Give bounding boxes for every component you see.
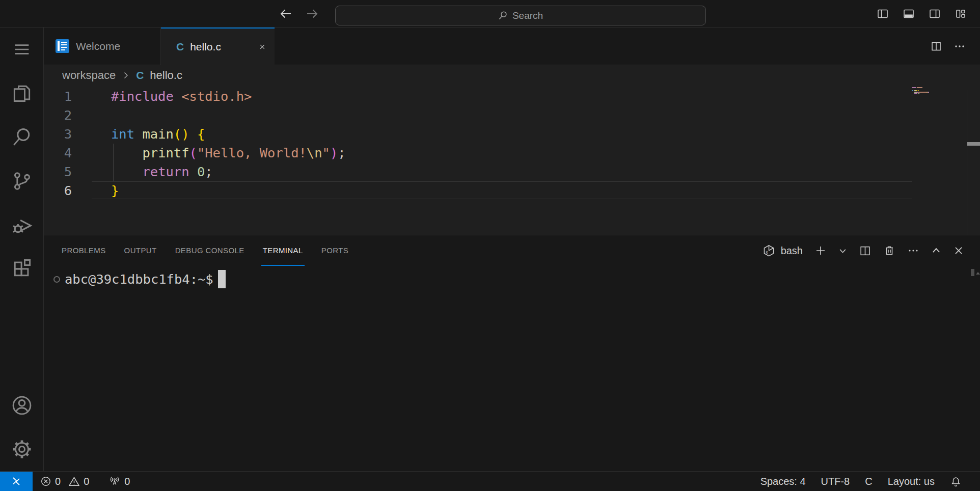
new-terminal-icon[interactable]	[814, 244, 827, 257]
code-line[interactable]: 4 printf("Hello, World!\n");	[44, 144, 980, 162]
minimap-line	[912, 93, 973, 94]
command-decoration-icon[interactable]	[53, 276, 60, 283]
split-editor-icon[interactable]	[930, 40, 942, 52]
tab-label: Welcome	[76, 40, 120, 52]
problems-status[interactable]: 0 0	[40, 476, 89, 487]
tab-hello-c[interactable]: C hello.c	[161, 28, 275, 65]
toggle-primary-sidebar-icon[interactable]	[877, 8, 889, 20]
token-bracket1: }	[111, 183, 119, 198]
search-view-icon	[11, 126, 33, 148]
tab-bar: Welcome C hello.c	[44, 28, 980, 65]
source-control-icon	[11, 170, 33, 192]
sidebar-item-source-control[interactable]	[0, 159, 44, 203]
maximize-panel-icon[interactable]	[931, 245, 941, 256]
indentation-status[interactable]: Spaces: 4	[760, 476, 806, 487]
minimap-segment	[912, 95, 912, 96]
token-plain	[189, 126, 197, 142]
bottom-panel: PROBLEMSOUTPUTDEBUG CONSOLETERMINALPORTS…	[44, 235, 980, 471]
accounts-button[interactable]	[0, 384, 44, 427]
panel-tab-label: PORTS	[321, 246, 348, 255]
panel-tab-terminal[interactable]: TERMINAL	[261, 235, 305, 266]
sidebar-item-extensions[interactable]	[0, 247, 44, 290]
vscode-window: Search	[0, 0, 980, 491]
token-plain	[111, 164, 142, 179]
minimap-segment	[918, 90, 919, 91]
line-number[interactable]: 5	[44, 162, 72, 181]
kill-terminal-icon[interactable]	[883, 244, 895, 257]
language-mode-status[interactable]: C	[865, 476, 872, 487]
terminal-scrollbar[interactable]	[971, 269, 974, 276]
back-icon[interactable]	[279, 7, 292, 20]
breadcrumb: workspace C hello.c	[44, 65, 980, 86]
sidebar-item-search[interactable]	[0, 115, 44, 159]
forward-icon[interactable]	[306, 7, 319, 20]
notifications-bell-icon[interactable]	[950, 476, 962, 487]
token-punct: ;	[338, 145, 345, 160]
launch-profile-chevron-icon[interactable]	[838, 247, 847, 255]
code-line[interactable]: 5 return 0;	[44, 162, 980, 181]
terminal-prompt-line: abc@39c1dbbc1fb4:~$	[44, 269, 226, 289]
search-label: Search	[512, 10, 543, 21]
run-debug-icon	[10, 213, 34, 236]
token-preproc: #include	[111, 89, 174, 104]
minimap[interactable]	[912, 87, 973, 96]
panel-tab-label: PROBLEMS	[62, 246, 106, 255]
menu-button[interactable]	[0, 28, 44, 71]
terminal-view[interactable]: abc@39c1dbbc1fb4:~$	[44, 266, 980, 471]
line-number[interactable]: 4	[44, 144, 72, 162]
accounts-icon	[11, 394, 33, 417]
token-keyword: int	[111, 126, 134, 142]
panel-tab-problems[interactable]: PROBLEMS	[60, 235, 107, 266]
code-text: }	[111, 181, 119, 200]
code-line[interactable]: 1#include <stdio.h>	[44, 87, 980, 106]
ports-count: 0	[124, 476, 130, 487]
terminal-shell-entry[interactable]: $_ bash	[762, 244, 803, 258]
remote-indicator[interactable]	[0, 472, 33, 491]
minimap-segment	[929, 92, 929, 93]
more-actions-icon[interactable]	[954, 40, 966, 52]
minimap-line	[912, 87, 973, 88]
extensions-icon	[11, 257, 33, 280]
line-number[interactable]: 2	[44, 106, 72, 125]
settings-button[interactable]	[0, 427, 44, 471]
ports-status[interactable]: 0	[108, 475, 130, 487]
line-number[interactable]: 1	[44, 87, 72, 106]
split-terminal-icon[interactable]	[859, 244, 872, 257]
token-bracket1: {	[197, 126, 205, 142]
panel-tab-label: TERMINAL	[263, 246, 303, 255]
code-area[interactable]: 1#include <stdio.h>23int main() {4 print…	[44, 86, 980, 200]
breadcrumb-folder[interactable]: workspace	[62, 69, 116, 82]
line-number[interactable]: 6	[44, 181, 72, 200]
token-function: main	[142, 126, 173, 142]
bash-terminal-icon: $_	[762, 244, 776, 258]
keyboard-layout-status[interactable]: Layout: us	[888, 476, 935, 487]
close-panel-icon[interactable]	[953, 245, 964, 256]
close-tab-icon[interactable]	[257, 42, 267, 52]
token-escape: \n	[307, 145, 322, 160]
breadcrumb-file[interactable]: hello.c	[150, 69, 182, 82]
panel-tab-ports[interactable]: PORTS	[320, 235, 350, 266]
toggle-secondary-sidebar-icon[interactable]	[929, 8, 941, 20]
code-line[interactable]: 6}	[44, 181, 980, 200]
activity-bar	[0, 28, 44, 471]
minimap-line	[912, 92, 973, 93]
toggle-panel-icon[interactable]	[903, 8, 915, 20]
code-line[interactable]: 2	[44, 106, 980, 125]
minimap-segment	[918, 92, 927, 93]
code-line[interactable]: 3int main() {	[44, 125, 980, 144]
minimap-line	[912, 95, 973, 96]
sidebar-item-explorer[interactable]	[0, 71, 44, 115]
remote-icon	[10, 475, 22, 487]
line-number[interactable]: 3	[44, 125, 72, 144]
code-editor[interactable]: 1#include <stdio.h>23int main() {4 print…	[44, 86, 980, 235]
more-actions-icon[interactable]	[907, 244, 919, 257]
panel-tab-output[interactable]: OUTPUT	[123, 235, 158, 266]
customize-layout-icon[interactable]	[955, 8, 967, 20]
panel-tab-debug-console[interactable]: DEBUG CONSOLE	[174, 235, 246, 266]
terminal-cursor	[218, 270, 226, 288]
sidebar-item-run-debug[interactable]	[0, 203, 44, 247]
token-string: "	[322, 145, 330, 160]
encoding-status[interactable]: UTF-8	[821, 476, 850, 487]
tab-welcome[interactable]: Welcome	[44, 28, 161, 65]
search-box[interactable]: Search	[335, 6, 706, 25]
